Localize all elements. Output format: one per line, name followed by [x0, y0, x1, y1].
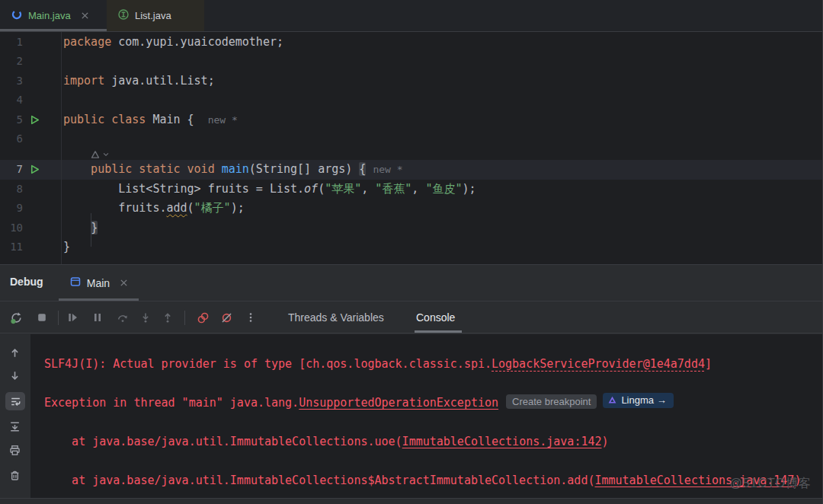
step-into-icon[interactable] [139, 311, 152, 324]
clear-all-icon[interactable] [8, 469, 21, 482]
editor-tab-bar: Main.java List.java [0, 0, 822, 32]
session-tab-label: Main [87, 277, 110, 289]
interface-icon [117, 8, 130, 24]
more-options-icon[interactable] [245, 311, 257, 324]
code-line[interactable]: public static void main(String[] args) {… [63, 160, 822, 179]
console-line: at java.base/java.util.ImmutableCollecti… [44, 471, 822, 490]
line-number[interactable]: 8 [0, 180, 23, 199]
toolbar-divider [58, 311, 59, 325]
code-editor[interactable]: 1 2 3 4 5 6 7 8 9 10 11 package com.yupi… [0, 32, 822, 264]
line-number[interactable]: 2 [0, 52, 23, 71]
active-tab-underline [0, 29, 107, 31]
close-icon[interactable] [120, 279, 128, 287]
code-line[interactable]: package com.yupi.yuaicodemother; [63, 33, 822, 52]
scroll-to-end-icon[interactable] [8, 420, 21, 433]
console-frame-icon [69, 276, 82, 291]
code-line[interactable]: public class Main { new * [63, 110, 822, 129]
console-line: Exception in thread "main" java.lang.Uns… [44, 394, 822, 413]
tab-list-java[interactable]: List.java [107, 0, 204, 31]
up-stack-icon[interactable] [8, 346, 21, 359]
print-icon[interactable] [8, 444, 21, 457]
console-line: at java.base/java.util.ImmutableCollecti… [44, 432, 822, 451]
object-ref-link[interactable]: LogbackServiceProvider@1e4a7dd4 [492, 357, 705, 371]
exception-class-link[interactable]: UnsupportedOperationException [299, 396, 498, 410]
gutter-separator [61, 32, 62, 264]
tab-main-java[interactable]: Main.java [0, 0, 107, 31]
lingma-inlay-icon [91, 150, 100, 159]
console-view: SLF4J(I): Actual provider is of type [ch… [0, 334, 822, 498]
line-number[interactable]: 4 [0, 91, 23, 110]
console-toolbar [0, 334, 30, 498]
down-stack-icon[interactable] [8, 369, 21, 382]
close-icon[interactable] [81, 11, 89, 20]
line-number[interactable]: 11 [0, 238, 23, 257]
debug-title: Debug [10, 276, 43, 288]
inlay-hint-text: new * [373, 164, 402, 175]
line-number[interactable]: 3 [0, 72, 23, 91]
chevron-down-icon [102, 151, 110, 158]
resume-icon[interactable] [66, 311, 78, 324]
code-line[interactable]: } [63, 238, 822, 257]
mute-breakpoints-icon[interactable] [220, 311, 232, 324]
lingma-icon [607, 395, 617, 405]
stop-icon[interactable] [36, 311, 48, 324]
line-number[interactable]: 1 [0, 33, 23, 52]
stack-frame-link[interactable]: ImmutableCollections.java:142 [402, 435, 602, 448]
run-class-icon[interactable] [29, 114, 40, 126]
watermark: @51CTO博客 [729, 476, 812, 492]
code-line[interactable]: fruits.add("橘子"); [63, 199, 822, 218]
line-number[interactable]: 7 [0, 160, 23, 179]
debug-toolbar: Threads & Variables Console [0, 301, 822, 333]
tab-console[interactable]: Console [416, 301, 455, 333]
view-breakpoints-icon[interactable] [197, 311, 209, 324]
toolbar-divider [184, 311, 185, 325]
tab-label: List.java [135, 10, 171, 21]
console-tab-underline [415, 330, 462, 333]
status-bar-strip [0, 498, 822, 504]
ai-inlay-hint[interactable] [91, 148, 110, 160]
line-number[interactable]: 9 [0, 199, 23, 218]
code-line[interactable]: } [63, 219, 822, 238]
line-number[interactable]: 10 [0, 219, 23, 238]
tab-threads-variables[interactable]: Threads & Variables [288, 301, 384, 333]
create-breakpoint-button[interactable]: Create breakpoint [506, 394, 597, 409]
code-line[interactable]: List<String> fruits = List.of("苹果", "香蕉"… [63, 180, 822, 199]
console-line: SLF4J(I): Actual provider is of type [ch… [44, 355, 822, 374]
class-icon [11, 8, 23, 24]
inlay-hint-text: new * [208, 114, 238, 126]
run-main-icon[interactable] [29, 164, 40, 175]
line-number[interactable]: 5 [0, 110, 23, 129]
pause-icon[interactable] [91, 311, 104, 324]
debug-tool-window: Debug Main [0, 264, 822, 504]
soft-wrap-icon[interactable] [5, 392, 25, 410]
code-line[interactable]: import java.util.List; [63, 72, 822, 91]
rerun-debug-icon[interactable] [10, 311, 22, 324]
tab-label: Main.java [28, 10, 71, 21]
step-out-icon[interactable] [162, 311, 174, 324]
line-number[interactable]: 6 [0, 129, 23, 148]
console-output[interactable]: SLF4J(I): Actual provider is of type [ch… [30, 334, 822, 498]
ide-window: Main.java List.java 1 2 3 4 5 6 7 8 9 10… [0, 0, 823, 504]
debug-session-tab[interactable]: Main [59, 265, 139, 301]
lingma-button[interactable]: Lingma → [603, 393, 673, 408]
step-over-icon[interactable] [117, 311, 129, 324]
debug-header: Debug Main [0, 265, 822, 301]
